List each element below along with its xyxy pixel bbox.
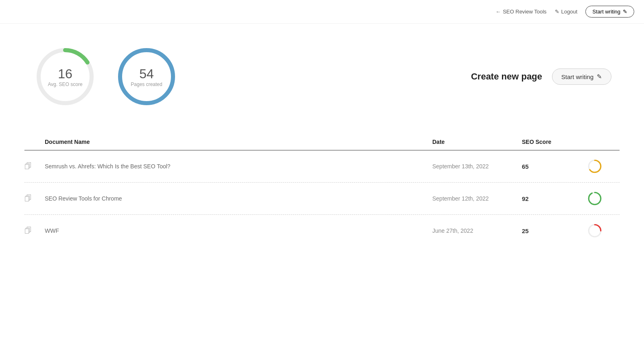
score-mini-ring: [587, 159, 602, 174]
file-icon-col: 🗍: [24, 162, 45, 171]
table-header: Document Name Date SEO Score: [24, 134, 620, 150]
score-ring-col: [587, 223, 620, 238]
score-ring-col: [587, 191, 620, 206]
stats-section: 16 Avg. SEO score 54 Pages created Creat…: [0, 24, 644, 126]
doc-score-col: 65: [522, 163, 587, 170]
arrow-left-icon: ←: [495, 9, 501, 15]
doc-date-col: September 13th, 2022: [432, 163, 522, 170]
score-mini-ring: [587, 191, 602, 206]
start-writing-main-button[interactable]: Start writing ✎: [552, 68, 611, 85]
doc-name-col: WWF: [45, 227, 432, 234]
doc-name-col: SEO Review Tools for Chrome: [45, 195, 432, 202]
pencil-icon-nav: ✎: [623, 9, 627, 15]
avg-seo-value: 16: [48, 66, 82, 82]
pages-created-text: Pages created: [131, 82, 162, 87]
logout-icon: ✎: [555, 9, 559, 15]
avg-seo-widget: 16 Avg. SEO score: [33, 44, 98, 109]
file-icon: 🗍: [24, 227, 32, 235]
doc-score-col: 25: [522, 227, 587, 234]
col-header-date: Date: [432, 139, 522, 145]
pages-created-value: 54: [131, 66, 162, 82]
pages-created-widget: 54 Pages created: [114, 44, 179, 109]
file-icon: 🗍: [24, 162, 32, 170]
top-nav: ← SEO Review Tools ✎ Logout Start writin…: [0, 0, 644, 24]
file-icon: 🗍: [24, 194, 32, 203]
file-icon-col: 🗍: [24, 227, 45, 235]
create-section: Create new page Start writing ✎: [471, 68, 611, 85]
table-row[interactable]: 🗍 Semrush vs. Ahrefs: Which Is the Best …: [24, 150, 620, 183]
doc-date-col: June 27th, 2022: [432, 227, 522, 234]
doc-date-col: September 12th, 2022: [432, 195, 522, 202]
seo-review-tools-link[interactable]: ← SEO Review Tools: [495, 9, 546, 15]
svg-point-6: [589, 192, 601, 205]
avg-seo-label: 16 Avg. SEO score: [48, 66, 82, 87]
documents-table-section: Document Name Date SEO Score 🗍 Semrush v…: [0, 126, 644, 263]
doc-name-col: Semrush vs. Ahrefs: Which Is the Best SE…: [45, 163, 432, 170]
col-header-icon: [24, 139, 45, 145]
col-header-ring: [587, 139, 620, 145]
avg-seo-text: Avg. SEO score: [48, 82, 82, 87]
table-body: 🗍 Semrush vs. Ahrefs: Which Is the Best …: [24, 150, 620, 247]
table-row[interactable]: 🗍 SEO Review Tools for Chrome September …: [24, 183, 620, 215]
pencil-icon-main: ✎: [597, 73, 602, 80]
pages-created-label: 54 Pages created: [131, 66, 162, 87]
doc-score-col: 92: [522, 195, 587, 202]
col-header-name: Document Name: [45, 139, 432, 145]
create-label: Create new page: [471, 71, 542, 82]
score-ring-col: [587, 159, 620, 174]
start-writing-nav-label: Start writing: [592, 9, 620, 15]
table-row[interactable]: 🗍 WWF June 27th, 2022 25: [24, 215, 620, 247]
logout-label: Logout: [561, 9, 578, 15]
start-writing-main-label: Start writing: [561, 73, 594, 80]
score-mini-ring: [587, 223, 602, 238]
logout-link[interactable]: ✎ Logout: [555, 9, 578, 15]
col-header-score: SEO Score: [522, 139, 587, 145]
start-writing-nav-button[interactable]: Start writing ✎: [585, 6, 634, 18]
seo-review-tools-label: SEO Review Tools: [503, 9, 546, 15]
file-icon-col: 🗍: [24, 194, 45, 203]
